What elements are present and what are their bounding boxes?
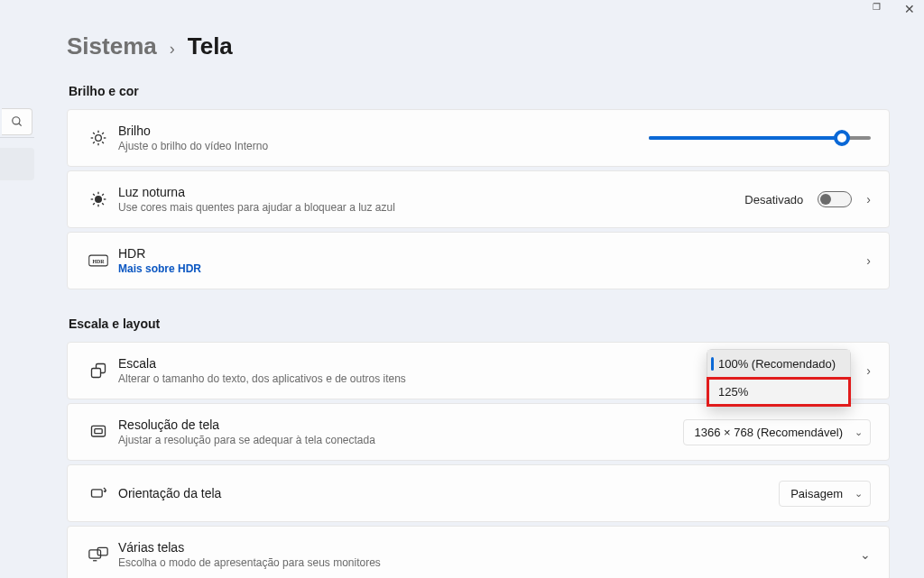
hdr-learn-more-link[interactable]: Mais sobre HDR xyxy=(118,262,866,275)
window-controls: ❐ ✕ xyxy=(873,2,915,16)
svg-point-2 xyxy=(96,135,102,142)
svg-line-19 xyxy=(102,194,104,196)
row-title: Várias telas xyxy=(118,540,860,555)
row-multiple-displays[interactable]: Várias telas Escolha o modo de apresenta… xyxy=(67,526,890,578)
svg-point-11 xyxy=(96,197,102,203)
nav-item-selected[interactable] xyxy=(0,148,34,180)
svg-text:HDR: HDR xyxy=(92,259,105,264)
section-header-scale: Escala e layout xyxy=(69,317,890,331)
chevron-down-icon: ⌄ xyxy=(855,488,863,500)
svg-rect-23 xyxy=(92,426,106,436)
resolution-select[interactable]: 1366 × 768 (Recomendável) ⌄ xyxy=(683,419,871,445)
breadcrumb-parent[interactable]: Sistema xyxy=(67,32,157,60)
row-scale[interactable]: Escala Alterar o tamanho do texto, dos a… xyxy=(67,342,890,399)
night-light-icon xyxy=(80,190,116,208)
search-button[interactable] xyxy=(2,108,32,135)
resolution-icon xyxy=(80,423,116,441)
orientation-value: Paisagem xyxy=(790,487,843,500)
chevron-right-icon: › xyxy=(866,363,871,378)
svg-line-18 xyxy=(93,203,95,205)
svg-line-1 xyxy=(18,124,21,126)
svg-point-0 xyxy=(12,117,19,124)
svg-rect-25 xyxy=(92,490,103,497)
brightness-slider[interactable] xyxy=(649,136,871,140)
chevron-right-icon: › xyxy=(866,192,871,206)
resolution-value: 1366 × 768 (Recomendável) xyxy=(695,426,843,439)
left-nav-collapsed xyxy=(0,0,34,578)
row-title: Luz noturna xyxy=(118,185,744,199)
scale-icon xyxy=(80,362,116,380)
scale-dropdown: 100% (Recomendado) 125% xyxy=(707,349,851,407)
chevron-right-icon: › xyxy=(866,253,871,268)
breadcrumb: Sistema › Tela xyxy=(67,32,890,60)
svg-line-8 xyxy=(102,142,104,143)
svg-line-10 xyxy=(102,133,104,134)
breadcrumb-current: Tela xyxy=(188,32,233,60)
row-title: Resolução de tela xyxy=(118,417,683,432)
sun-icon xyxy=(80,129,116,147)
row-title: Orientação da tela xyxy=(118,486,779,500)
chevron-down-icon: ⌄ xyxy=(855,427,863,438)
scale-option-100[interactable]: 100% (Recomendado) xyxy=(707,350,850,378)
svg-rect-24 xyxy=(95,429,102,434)
scale-option-125[interactable]: 125% xyxy=(707,378,850,406)
row-subtitle: Alterar o tamanho do texto, dos aplicati… xyxy=(118,372,675,385)
chevron-down-icon: ⌄ xyxy=(860,547,871,562)
night-light-toggle[interactable] xyxy=(818,191,852,207)
svg-rect-26 xyxy=(89,550,101,558)
row-subtitle: Escolha o modo de apresentação para seus… xyxy=(118,556,860,569)
chevron-right-icon: › xyxy=(170,40,175,59)
toggle-state-label: Desativado xyxy=(744,193,803,206)
svg-line-7 xyxy=(93,133,95,134)
row-resolution[interactable]: Resolução de tela Ajustar a resolução pa… xyxy=(67,403,890,461)
section-header-brightness: Brilho e cor xyxy=(69,84,890,98)
svg-line-17 xyxy=(102,203,104,205)
row-night-light[interactable]: Luz noturna Use cores mais quentes para … xyxy=(67,170,890,228)
row-hdr[interactable]: HDR HDR Mais sobre HDR › xyxy=(67,232,890,289)
svg-line-9 xyxy=(93,142,95,143)
row-title: Brilho xyxy=(118,124,649,138)
multiple-displays-icon xyxy=(80,546,116,563)
row-orientation[interactable]: Orientação da tela Paisagem ⌄ xyxy=(67,464,890,522)
restore-icon[interactable]: ❐ xyxy=(873,2,879,16)
row-title: HDR xyxy=(118,246,866,261)
row-subtitle: Ajustar a resolução para se adequar à te… xyxy=(118,434,683,446)
svg-rect-22 xyxy=(92,369,101,378)
slider-thumb[interactable] xyxy=(834,130,850,146)
orientation-icon xyxy=(80,484,116,502)
row-subtitle: Use cores mais quentes para ajudar a blo… xyxy=(118,201,744,214)
hdr-icon: HDR xyxy=(80,254,116,267)
orientation-select[interactable]: Paisagem ⌄ xyxy=(779,481,871,507)
row-subtitle: Ajuste o brilho do vídeo Interno xyxy=(118,140,649,152)
svg-rect-27 xyxy=(97,547,107,555)
row-brightness: Brilho Ajuste o brilho do vídeo Interno xyxy=(67,109,890,167)
row-title: Escala xyxy=(118,356,675,371)
svg-line-16 xyxy=(93,194,95,196)
close-icon[interactable]: ✕ xyxy=(904,2,915,16)
